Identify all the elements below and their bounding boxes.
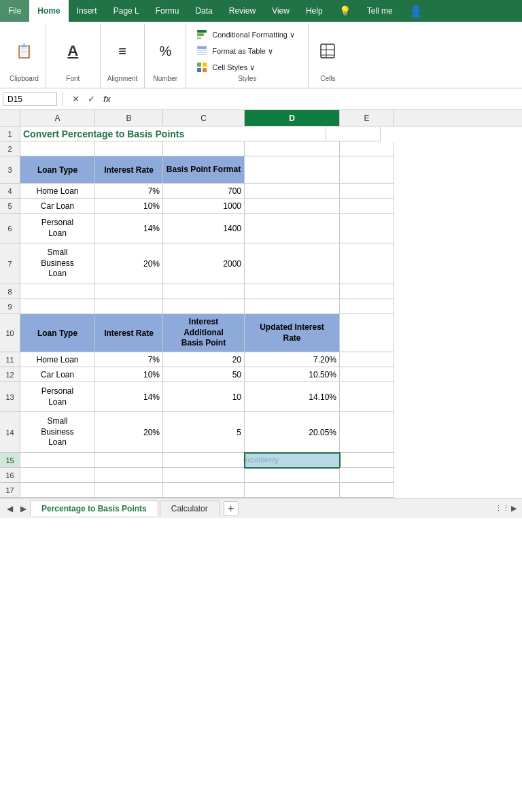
cell-b3[interactable]: Interest Rate [95,156,163,184]
cell-b12[interactable]: 10% [95,367,163,382]
cell-a2[interactable] [20,141,95,156]
cell-b10[interactable]: Interest Rate [95,314,163,352]
cell-c12[interactable]: 50 [163,367,245,382]
cell-c16[interactable] [163,468,245,483]
cell-b7[interactable]: 20% [95,243,163,284]
format-as-table-button[interactable]: Format as Table ∨ [192,44,302,58]
cell-a12[interactable]: Car Loan [20,367,95,382]
tab-page-layout[interactable]: Page L [105,0,147,22]
tab-insert[interactable]: Insert [69,0,105,22]
add-sheet-button[interactable]: + [224,501,239,516]
tab-nav-prev[interactable]: ◀ [3,502,16,515]
cell-e16[interactable] [340,468,394,483]
cell-e5[interactable] [340,199,394,214]
cell-e17[interactable] [340,483,394,498]
cell-reference-input[interactable]: D15 [3,92,57,106]
cell-e15[interactable] [340,453,394,468]
cell-e1[interactable] [326,126,381,141]
cell-b4[interactable]: 7% [95,184,163,199]
cell-c13[interactable]: 10 [163,382,245,412]
tab-review[interactable]: Review [221,0,264,22]
cell-a9[interactable] [20,299,95,314]
clipboard-button[interactable]: 📋 [10,39,37,63]
cell-e2[interactable] [340,141,394,156]
cell-e8[interactable] [340,284,394,299]
col-header-e[interactable]: E [340,110,394,126]
cell-e12[interactable] [340,367,394,382]
cell-c15[interactable] [163,453,245,468]
cell-d9[interactable] [245,299,340,314]
cell-d8[interactable] [245,284,340,299]
cell-b6[interactable]: 14% [95,214,163,243]
cell-a16[interactable] [20,468,95,483]
cell-a4[interactable]: Home Loan [20,184,95,199]
tab-data[interactable]: Data [187,0,220,22]
formula-input[interactable] [115,93,519,105]
cell-a13[interactable]: PersonalLoan [20,382,95,412]
cell-c6[interactable]: 1400 [163,214,245,243]
cell-c14[interactable]: 5 [163,412,245,453]
tab-formulas[interactable]: Formu [147,0,188,22]
cell-d14[interactable]: 20.05% [245,412,340,453]
cell-c9[interactable] [163,299,245,314]
col-header-c[interactable]: C [163,110,245,126]
cell-d10[interactable]: Updated InterestRate [245,314,340,352]
cell-b9[interactable] [95,299,163,314]
cell-d7[interactable] [245,243,340,284]
cell-e9[interactable] [340,299,394,314]
tab-file[interactable]: File [0,0,29,22]
cell-b14[interactable]: 20% [95,412,163,453]
cell-e6[interactable] [340,214,394,243]
cell-a10[interactable]: Loan Type [20,314,95,352]
cell-d5[interactable] [245,199,340,214]
cell-c7[interactable]: 2000 [163,243,245,284]
cell-d11[interactable]: 7.20% [245,352,340,367]
cell-b13[interactable]: 14% [95,382,163,412]
cell-e11[interactable] [340,352,394,367]
cell-c17[interactable] [163,483,245,498]
cell-a17[interactable] [20,483,95,498]
number-button[interactable]: % [152,39,179,63]
cell-b15[interactable] [95,453,163,468]
tab-nav-next[interactable]: ▶ [16,502,30,515]
sheet-tab-active[interactable]: Percentage to Basis Points [30,501,158,516]
col-header-a[interactable]: A [20,110,95,126]
cell-a14[interactable]: SmallBusinessLoan [20,412,95,453]
cell-styles-button[interactable]: Cell Styles ∨ [192,60,302,75]
cell-e7[interactable] [340,243,394,284]
font-button[interactable]: A [59,39,86,63]
cell-d6[interactable] [245,214,340,243]
cell-a3[interactable]: Loan Type [20,156,95,184]
cell-e3[interactable] [340,156,394,184]
cell-c8[interactable] [163,284,245,299]
col-header-d[interactable]: D [245,110,340,126]
scrollbar-right[interactable]: ⋮⋮ ▶ [495,504,517,513]
cell-a5[interactable]: Car Loan [20,199,95,214]
cell-b11[interactable]: 7% [95,352,163,367]
cell-c11[interactable]: 20 [163,352,245,367]
fx-icon[interactable]: fx [99,93,115,105]
cell-c4[interactable]: 700 [163,184,245,199]
cell-c5[interactable]: 1000 [163,199,245,214]
cell-b2[interactable] [95,141,163,156]
cell-d16[interactable] [245,468,340,483]
cell-a7[interactable]: SmallBusinessLoan [20,243,95,284]
cell-a6[interactable]: PersonalLoan [20,214,95,243]
tab-tell-me[interactable]: Tell me [359,0,401,22]
cells-button[interactable] [314,39,341,63]
cell-e10[interactable] [340,314,394,352]
cell-d17[interactable] [245,483,340,498]
cell-d2[interactable] [245,141,340,156]
conditional-formatting-button[interactable]: Conditional Formatting ∨ [192,27,302,42]
cell-d13[interactable]: 14.10% [245,382,340,412]
cell-e13[interactable] [340,382,394,412]
cell-a11[interactable]: Home Loan [20,352,95,367]
user-icon[interactable]: 👤 [401,0,431,22]
cell-d12[interactable]: 10.50% [245,367,340,382]
cell-b5[interactable]: 10% [95,199,163,214]
cell-a15[interactable] [20,453,95,468]
cell-a8[interactable] [20,284,95,299]
col-header-b[interactable]: B [95,110,163,126]
tab-home[interactable]: Home [29,0,68,22]
cell-d4[interactable] [245,184,340,199]
